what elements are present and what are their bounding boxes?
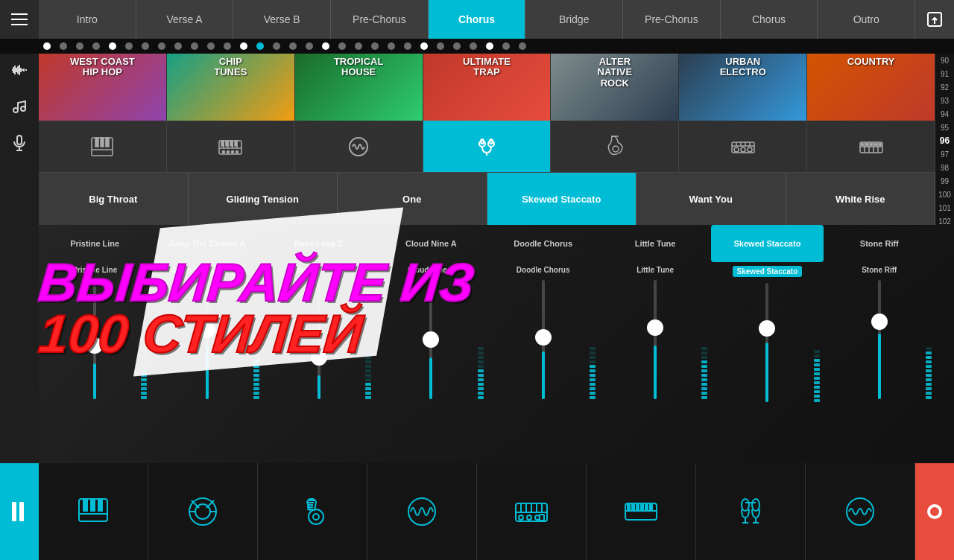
dot-2[interactable] — [76, 42, 83, 50]
genre-card-tropicalhouse[interactable]: TROPICALHOUSE — [295, 54, 423, 121]
microphone-icon[interactable] — [10, 134, 28, 156]
dot-16[interactable] — [306, 42, 313, 50]
bottom-guitar[interactable] — [258, 463, 367, 560]
loop-little-tune[interactable]: Little Tune — [599, 225, 711, 262]
dot-19[interactable] — [355, 42, 362, 50]
genre-card-alternativerock[interactable]: ALTERNATIVEROCK — [551, 54, 679, 121]
dot-7[interactable] — [158, 42, 165, 50]
dot-28[interactable] — [502, 42, 510, 50]
number-94[interactable]: 94 — [935, 107, 954, 121]
dot-21[interactable] — [388, 42, 395, 50]
music-note-icon[interactable] — [10, 98, 28, 119]
tab-pre-chorus-1[interactable]: Pre-Chorus — [331, 0, 429, 39]
dot-6[interactable] — [142, 42, 149, 50]
play-button[interactable] — [0, 463, 39, 560]
instr-wave-cell[interactable] — [295, 121, 423, 172]
number-95[interactable]: 95 — [935, 121, 954, 134]
genre-card-chiptunes[interactable]: CHIPTUNES — [167, 54, 295, 121]
number-91[interactable]: 91 — [935, 67, 954, 80]
dot-22[interactable] — [404, 42, 411, 50]
number-96[interactable]: 96 — [935, 134, 954, 147]
loop-pristine-line[interactable]: Pristine Line — [39, 225, 151, 262]
dot-26[interactable] — [470, 42, 477, 50]
fader-handle-5[interactable] — [647, 319, 663, 336]
instr-vocal-cell[interactable] — [423, 121, 552, 172]
dot-9[interactable] — [191, 42, 198, 50]
instr-guitar-cell[interactable] — [551, 121, 679, 172]
instrument-row — [39, 121, 935, 173]
dot-24[interactable] — [437, 42, 444, 50]
style-big-throat[interactable]: Big Throat — [39, 173, 189, 225]
dot-8[interactable] — [174, 42, 182, 50]
dot-18[interactable] — [338, 42, 346, 50]
tab-bridge[interactable]: Bridge — [525, 0, 623, 39]
loop-doodle-chorus[interactable]: Doodle Chorus — [487, 225, 599, 262]
instr-keyboard-cell[interactable] — [167, 121, 295, 172]
tab-chorus-1[interactable]: Chorus — [429, 0, 526, 39]
genre-card-ultimatetrap[interactable]: ULTIMATETRAP — [423, 54, 552, 121]
style-skewed-staccato[interactable]: Skewed Staccato — [487, 173, 637, 225]
tab-chorus-2[interactable]: Chorus — [721, 0, 818, 39]
fader-handle-6[interactable] — [759, 320, 775, 337]
number-92[interactable]: 92 — [935, 80, 954, 94]
instr-piano-cell[interactable] — [39, 121, 167, 172]
genre-card-urbanelectro[interactable]: URBANELECTRO — [679, 54, 807, 121]
tab-intro[interactable]: Intro — [39, 0, 136, 39]
instr-synth-cell[interactable] — [679, 121, 807, 172]
dot-5[interactable] — [125, 42, 133, 50]
dot-15[interactable] — [289, 42, 297, 50]
loop-stone-riff[interactable]: Stone Riff — [824, 225, 935, 262]
waveform-icon[interactable] — [10, 61, 28, 83]
fader-handle-4[interactable] — [535, 329, 552, 346]
dot-13[interactable] — [256, 42, 264, 50]
dot-29[interactable] — [519, 42, 526, 50]
svg-rect-28 — [221, 141, 224, 146]
style-white-rise[interactable]: White Rise — [786, 173, 936, 225]
tab-verse-a[interactable]: Verse A — [136, 0, 234, 39]
genre-card-hiphop[interactable]: WEST COASTHIP HOP — [39, 54, 167, 121]
number-90[interactable]: 90 — [935, 54, 954, 67]
bottom-synth[interactable] — [367, 463, 477, 560]
dot-3[interactable] — [92, 42, 100, 50]
dot-0[interactable] — [43, 42, 51, 50]
export-icon[interactable] — [915, 0, 954, 39]
number-100[interactable]: 100 — [935, 188, 954, 201]
dot-1[interactable] — [60, 42, 67, 50]
bottom-drums[interactable] — [148, 463, 258, 560]
dot-17[interactable] — [322, 42, 329, 50]
bottom-mixer[interactable] — [806, 463, 915, 560]
style-want-you[interactable]: Want You — [636, 173, 786, 225]
record-button[interactable] — [915, 463, 954, 560]
dot-11[interactable] — [224, 42, 231, 50]
number-101[interactable]: 101 — [935, 201, 954, 214]
genre-card-country[interactable]: COUNTRY — [807, 54, 935, 121]
tab-outro[interactable]: Outro — [818, 0, 915, 39]
dot-23[interactable] — [420, 42, 428, 50]
number-99[interactable]: 99 — [935, 174, 954, 188]
dot-10[interactable] — [207, 42, 215, 50]
dot-4[interactable] — [109, 42, 116, 50]
dot-25[interactable] — [453, 42, 461, 50]
number-102[interactable]: 102 — [935, 214, 954, 228]
instr-drum-cell[interactable] — [807, 121, 935, 172]
bottom-keyboard-knobs[interactable] — [477, 463, 587, 560]
bottom-vocal[interactable] — [696, 463, 806, 560]
loop-skewed-staccato[interactable]: Skewed Staccato — [711, 225, 823, 262]
dot-20[interactable] — [371, 42, 379, 50]
tab-pre-chorus-2[interactable]: Pre-Chorus — [623, 0, 721, 39]
dot-14[interactable] — [273, 42, 280, 50]
hamburger-button[interactable] — [0, 0, 39, 39]
fader-handle-3[interactable] — [423, 331, 439, 348]
dot-12[interactable] — [240, 42, 247, 50]
fader-container-6 — [711, 283, 823, 463]
number-93[interactable]: 93 — [935, 94, 954, 107]
dot-27[interactable] — [486, 42, 493, 50]
tab-verse-b[interactable]: Verse B — [233, 0, 331, 39]
fader-handle-0[interactable] — [86, 337, 103, 354]
bottom-bass-keyboard[interactable] — [587, 463, 696, 560]
mixer-channel-0: Pristine Line — [39, 262, 151, 463]
fader-handle-7[interactable] — [871, 314, 888, 330]
bottom-piano[interactable] — [39, 463, 148, 560]
number-97[interactable]: 97 — [935, 147, 954, 161]
number-98[interactable]: 98 — [935, 161, 954, 174]
